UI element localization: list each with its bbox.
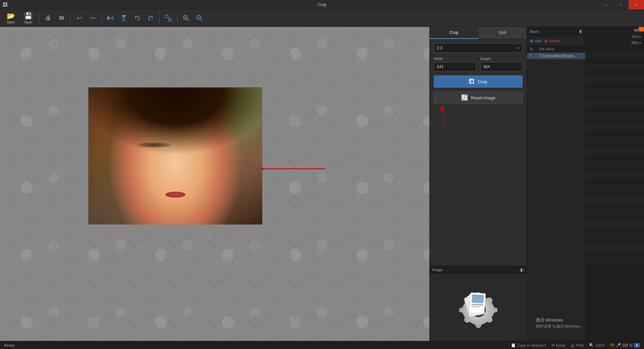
empty-rows [586,46,644,263]
mic-icon[interactable]: 🎤 [616,343,621,348]
svg-marker-3 [121,15,126,18]
separator-3 [101,12,102,24]
app-logo-icon [455,284,502,331]
batch-col-file-header: File Name [539,47,554,51]
zoom-value: 100% [595,343,605,347]
ime-chinese-icon[interactable]: 中 [610,342,614,348]
batch-add-button[interactable]: ⊕ Add [530,38,541,44]
zoom-in-icon [182,14,190,22]
keyboard-icon[interactable]: ⌨ [622,343,628,348]
rotate-right-button[interactable] [145,12,157,24]
image-preview-section: Image ◧ [430,265,527,341]
redo-icon: ↪ [90,14,95,22]
batch-actions: ⊕ Add ⊗ Delete [527,36,585,46]
zoom-in-button[interactable] [180,12,192,24]
stats-rows-container: 69% 0.5 Kb 235 Kb [586,27,644,263]
open-icon: 📂 [7,12,15,20]
batch-table-header: ID File Name [527,46,585,53]
stat-kb1-row: 0.5 Kb [586,34,644,40]
zoom-icon: 🔍 [589,343,594,348]
batch-row[interactable]: 1 C:\Users\admin\Picture... [527,53,585,59]
ratio-select-wrapper: 2:3 1:1 4:3 16:9 Free ▼ [434,43,523,53]
image-section-expand-icon[interactable]: ◧ [520,267,524,272]
svg-line-18 [201,19,202,21]
minimize-button[interactable]: — [598,0,613,9]
undo-button[interactable]: ↩ [73,12,85,24]
stat-kb2-unit: Kb [638,41,641,45]
right-stats-panel: 2 69% 0.5 Kb 235 Kb [585,27,644,341]
flip-horizontal-icon [107,14,114,22]
separator-5 [177,12,177,24]
copy-to-clipboard-button[interactable]: 📋 Copy to clipboard [511,343,546,348]
separator-1 [39,12,39,24]
svg-line-15 [187,19,189,21]
photo-background [89,88,262,225]
photo-hair-layer [89,88,262,155]
print-status-icon: 🖨 [571,343,575,348]
stats-badge: 2 [639,27,644,32]
height-input[interactable] [480,62,523,71]
email-button[interactable]: ✉ [55,12,67,24]
width-input[interactable] [434,62,476,71]
batch-panel: Batch ◧ ⊕ Add ⊗ Delete ID File Name 1 C:… [527,27,585,341]
canvas-image [88,87,262,224]
save-icon: 💾 [24,12,33,20]
flip-h-button[interactable] [104,12,116,24]
batch-delete-button[interactable]: ⊗ Delete [544,38,560,44]
add-label: Add [535,39,541,43]
right-panel: Crop Split 2:3 1:1 4:3 16:9 Free ▼ [429,27,527,341]
zoom-out-button[interactable] [194,12,206,24]
stat-percent-row: 69% [586,27,644,34]
svg-marker-7 [151,17,153,18]
print-button[interactable]: 🖨 [42,12,54,24]
stat-kb1-unit: Kb [638,35,641,39]
zoom-control[interactable]: 🔍 100% [589,343,605,348]
window-title: Crop [318,2,326,7]
rotate-right-icon [147,14,154,22]
svg-marker-6 [135,17,137,18]
toolbar: 📂 Open 💾 Save 🖨 ✉ ↩ ↪ [0,9,644,27]
photo-lips [165,192,185,198]
svg-marker-5 [121,18,126,21]
custom-icon-1[interactable] [162,12,174,24]
save-button[interactable]: 💾 Save [20,10,36,26]
undo-icon: ↩ [77,14,82,22]
redo-button[interactable]: ↪ [87,12,99,24]
open-label: Open [7,20,15,24]
blue-tray-icon[interactable]: S [634,343,640,348]
print-status-button[interactable]: 🖨 Print [571,343,584,348]
open-button[interactable]: 📂 Open [3,10,19,26]
reset-icon: 🔄 [461,94,468,101]
crop-button-label: Crop [478,79,487,84]
gear-svg [457,286,500,329]
statusbar: Ready 激活 Windows 转到"设置"以激活 Windows。 📋 Co… [0,341,644,349]
batch-expand-icon[interactable]: ◧ [579,29,583,34]
print-status-label: Print [576,343,584,347]
tab-split[interactable]: Split [478,27,527,39]
status-text: Ready [4,343,15,347]
reset-image-button[interactable]: 🔄 Reset image [434,92,523,104]
crop-icon [469,79,475,85]
stat-kb2-value: 235 [631,41,637,45]
grid-icon[interactable]: ⊞ [629,343,633,348]
delete-label: Delete [549,39,560,43]
clipboard-icon: 📋 [511,343,516,348]
email-icon: ✉ [59,14,64,22]
tab-crop-label: Crop [449,30,458,35]
flip-vertical-icon [120,14,127,22]
stat-kb1-value: 0.5 [632,35,637,39]
maximize-button[interactable]: □ [613,0,629,9]
canvas-area[interactable] [0,27,429,341]
copy-label: Copy to clipboard [517,343,546,347]
red-arrow-horizontal [262,160,329,177]
ratio-select[interactable]: 2:3 1:1 4:3 16:9 Free [434,43,523,53]
rotate-left-button[interactable] [131,12,143,24]
height-label: Height [480,57,523,61]
crop-button[interactable]: Crop [434,76,523,88]
rotate-left-icon [133,14,141,22]
flip-v-button[interactable] [118,12,130,24]
stat-kb2-row: 235 Kb [586,40,644,46]
close-button[interactable]: ✕ [629,0,644,9]
tab-crop[interactable]: Crop [430,27,478,39]
email-status-button[interactable]: ✉ Email [551,343,566,348]
